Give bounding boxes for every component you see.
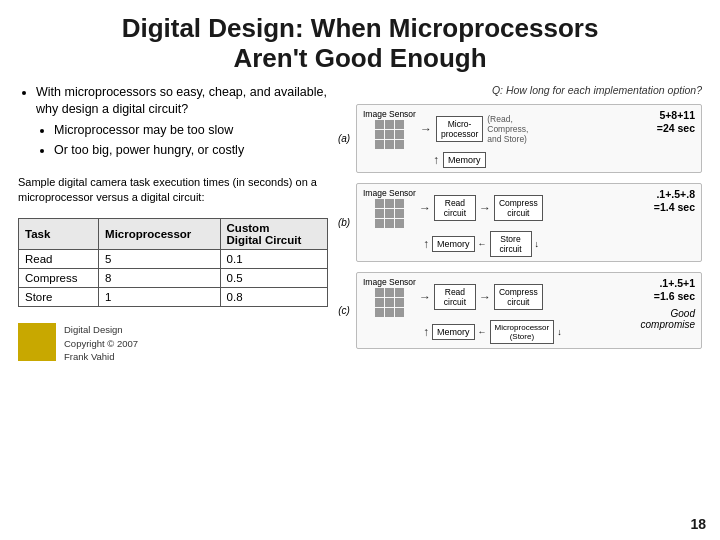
diagram-c: Image Sensor → Read circuit → Compress — [356, 272, 702, 349]
diagram-c-label: (c) — [336, 272, 352, 349]
bullet-sub1: Microprocessor may be too slow — [54, 122, 328, 140]
table-row: Read 5 0.1 — [19, 250, 328, 269]
footer: Digital Design Copyright © 2007 Frank Va… — [18, 323, 328, 363]
memory-b: Memory — [432, 236, 475, 252]
question-label: Q: How long for each implementation opti… — [336, 84, 702, 96]
read-circuit-c: Read circuit — [434, 284, 476, 310]
compress-circuit-b: Compress circuit — [494, 195, 543, 221]
col-task: Task — [19, 219, 99, 250]
arrow-b4: ← — [478, 239, 487, 249]
arrow-c3: ↑ — [423, 325, 429, 339]
read-compress-store: (Read, Compress, and Store) — [487, 114, 528, 144]
table-row: Store 1 0.8 — [19, 288, 328, 307]
result-b: .1+.5+.8 =1.4 sec — [635, 188, 695, 215]
sample-text: Sample digital camera task execution tim… — [18, 175, 328, 205]
page-title: Digital Design: When Microprocessors Are… — [18, 14, 702, 74]
microprocessor-store-c: Microprocessor (Store) — [490, 320, 555, 344]
arrow-c5: ↓ — [557, 327, 562, 337]
diagram-b: Image Sensor → Read circuit → Compress — [356, 183, 702, 262]
col-microprocessor: Microprocessor — [99, 219, 221, 250]
arrow-a2: ↑ — [433, 153, 439, 167]
arrow-b5: ↓ — [535, 239, 540, 249]
diagram-a: Image Sensor → Micro- processor (Read, C… — [356, 104, 702, 173]
logo-icon — [18, 323, 56, 361]
task-table: Task Microprocessor Custom Digital Circu… — [18, 218, 328, 307]
result-a: 5+8+11 =24 sec — [635, 109, 695, 136]
arrow-c4: ← — [478, 327, 487, 337]
arrow-c1: → — [419, 291, 431, 303]
sensor-c: Image Sensor — [363, 277, 416, 317]
diagram-b-row: (b) Image Sensor — [336, 183, 702, 262]
table-row: Compress 8 0.5 — [19, 269, 328, 288]
arrow-b3: ↑ — [423, 237, 429, 251]
diagram-c-row: (c) Image Sensor — [336, 272, 702, 349]
sensor-b: Image Sensor — [363, 188, 416, 228]
microprocessor-a: Micro- processor — [436, 116, 483, 142]
col-custom: Custom Digital Circuit — [220, 219, 327, 250]
arrow-b2: → — [479, 202, 491, 214]
right-panel: Q: How long for each implementation opti… — [336, 84, 702, 520]
page-number: 18 — [690, 516, 706, 532]
diagram-a-label: (a) — [336, 104, 352, 173]
compress-circuit-c: Compress circuit — [494, 284, 543, 310]
result-c: .1+.5+1 =1.6 sec Good compromise — [635, 277, 695, 330]
read-circuit-b: Read circuit — [434, 195, 476, 221]
memory-c: Memory — [432, 324, 475, 340]
left-panel: With microprocessors so easy, cheap, and… — [18, 84, 328, 520]
main-content: With microprocessors so easy, cheap, and… — [18, 84, 702, 520]
diagram-b-label: (b) — [336, 183, 352, 262]
arrow-c2: → — [479, 291, 491, 303]
sensor-a: Image Sensor — [363, 109, 416, 149]
diagram-a-row: (a) Image Sensor — [336, 104, 702, 173]
arrow-b1: → — [419, 202, 431, 214]
memory-a: Memory — [443, 152, 486, 168]
footer-text: Digital Design Copyright © 2007 Frank Va… — [64, 323, 138, 363]
page: Digital Design: When Microprocessors Are… — [0, 0, 720, 540]
bullet-section: With microprocessors so easy, cheap, and… — [18, 84, 328, 163]
store-circuit-b: Store circuit — [490, 231, 532, 257]
bullet-sub2: Or too big, power hungry, or costly — [54, 142, 328, 160]
good-compromise: Good compromise — [635, 308, 695, 330]
bullet-intro: With microprocessors so easy, cheap, and… — [36, 84, 328, 119]
arrow-a1: → — [420, 123, 432, 135]
